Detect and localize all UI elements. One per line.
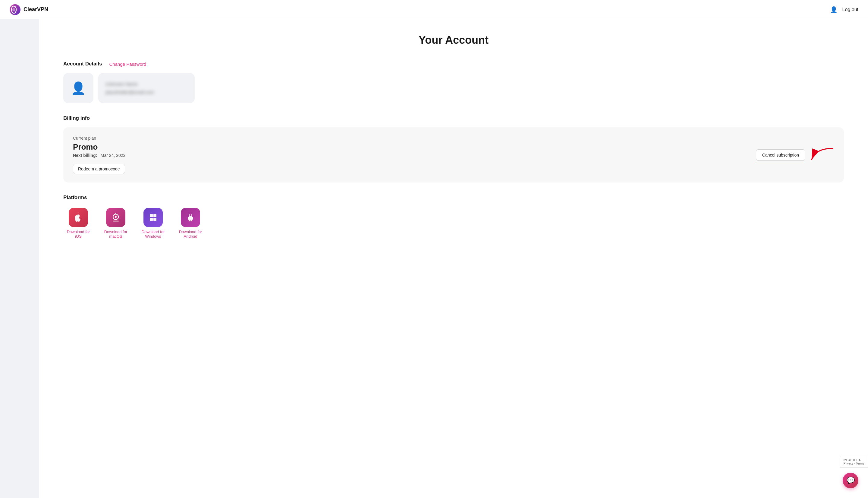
user-email-blurred: placeholder@email.com [106,90,188,95]
header-right: 👤 Log out [830,6,858,13]
next-billing: Next billing: Mar 24, 2022 [73,153,125,158]
redeem-button[interactable]: Redeem a promocode [73,164,125,174]
ios-platform-label: Download foriOS [67,230,90,239]
android-icon [186,213,195,222]
next-billing-label: Next billing: [73,153,97,158]
platforms-label: Platforms [63,195,844,200]
recaptcha-text: reCAPTCHAPrivacy · Terms [844,458,864,465]
svg-rect-21 [191,220,192,221]
user-info-card: Unknown Name placeholder@email.com [98,73,195,103]
svg-point-6 [115,216,117,218]
app-name: ClearVPN [24,6,48,13]
platform-item-macos[interactable]: Download formacOS [101,208,131,239]
svg-point-14 [189,215,190,216]
macos-icon-wrapper [106,208,125,227]
sidebar [0,19,39,498]
svg-rect-11 [153,218,157,221]
svg-point-2 [12,8,15,11]
logout-button[interactable]: Log out [842,7,858,12]
svg-rect-9 [153,214,157,217]
android-platform-label: Download forAndroid [179,230,202,239]
cancel-subscription-button[interactable]: Cancel subscription [756,149,805,161]
recaptcha-badge: reCAPTCHAPrivacy · Terms [840,456,868,468]
billing-label: Billing info [63,115,90,121]
macos-platform-label: Download formacOS [104,230,127,239]
svg-rect-10 [150,218,153,221]
red-arrow-icon [810,146,834,164]
billing-left: Current plan Promo Next billing: Mar 24,… [73,136,125,174]
platforms-grid: Download foriOS Download formacOS [63,208,844,239]
svg-line-16 [189,214,190,215]
current-plan-label: Current plan [73,136,125,141]
chat-widget[interactable]: 💬 [843,473,858,488]
billing-card-inner: Current plan Promo Next billing: Mar 24,… [73,136,834,174]
header: ClearVPN 👤 Log out [0,0,868,19]
ios-icon-wrapper [69,208,88,227]
billing-right: Cancel subscription [756,146,834,164]
platform-item-windows[interactable]: Download forWindows [138,208,168,239]
svg-rect-19 [192,217,193,219]
user-name-blurred: Unknown Name [106,81,188,87]
svg-rect-8 [150,214,153,217]
change-password-link[interactable]: Change Password [109,62,146,67]
user-icon: 👤 [830,6,838,13]
avatar-card: 👤 [63,73,93,103]
svg-point-15 [191,215,192,216]
windows-icon-wrapper [144,208,163,227]
plan-name: Promo [73,142,125,152]
svg-line-17 [191,214,192,215]
main-content: Your Account Account Details Change Pass… [39,19,868,498]
billing-section: Billing info Current plan Promo Next bil… [63,115,844,183]
billing-section-header: Billing info [63,115,844,121]
billing-card: Current plan Promo Next billing: Mar 24,… [63,127,844,183]
svg-rect-20 [189,220,190,221]
account-cards: 👤 Unknown Name placeholder@email.com [63,73,844,103]
platform-item-android[interactable]: Download forAndroid [175,208,205,239]
chat-icon: 💬 [846,476,855,484]
avatar-icon: 👤 [71,81,86,95]
macos-icon [111,213,121,222]
account-section-header: Account Details Change Password [63,61,844,67]
platforms-section: Platforms Download foriOS [63,195,844,239]
platform-item-ios[interactable]: Download foriOS [63,208,93,239]
windows-platform-label: Download forWindows [142,230,165,239]
ios-icon [73,213,83,222]
svg-rect-18 [188,217,189,219]
next-billing-date: Mar 24, 2022 [101,153,126,158]
page-wrapper: Your Account Account Details Change Pass… [0,19,868,498]
arrow-annotation [810,146,834,164]
android-icon-wrapper [181,208,200,227]
windows-icon [148,213,158,222]
logo-area: ClearVPN [10,4,48,15]
clearvpn-logo-icon [10,4,21,15]
page-title: Your Account [63,34,844,47]
account-details-label: Account Details [63,61,102,67]
